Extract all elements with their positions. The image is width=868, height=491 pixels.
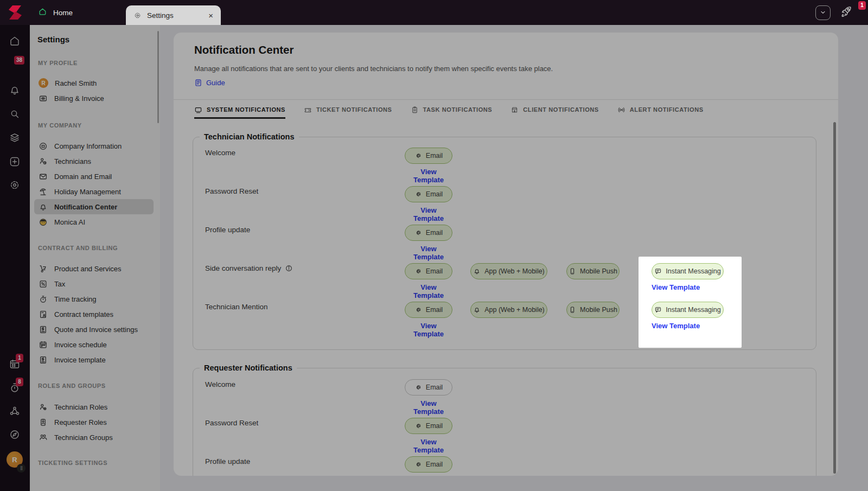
sidebar-item-invoice-template[interactable]: Invoice template	[34, 352, 154, 367]
collapse-button[interactable]	[815, 5, 831, 20]
view-template-link[interactable]: View Template	[405, 438, 452, 454]
sidebar-item-time-tracking[interactable]: Time tracking	[34, 291, 154, 307]
sidebar-item-rachel-smith[interactable]: R Rachel Smith	[34, 75, 154, 91]
rail-settings-icon[interactable]	[9, 179, 21, 191]
tabs-divider	[174, 99, 838, 100]
view-template-link[interactable]: View Template	[405, 399, 452, 416]
rail-explore-icon[interactable]	[9, 429, 21, 441]
sidebar-item-company-information[interactable]: Company Information	[34, 138, 154, 154]
section-roles-groups: ROLES AND GROUPS	[38, 382, 106, 389]
tab-ticket-notifications[interactable]: TICKET NOTIFICATIONS	[304, 103, 392, 119]
channel-email-pill[interactable]: Email	[405, 186, 452, 202]
channel-push-pill[interactable]: Mobile Push	[566, 263, 620, 279]
tab-alert-notifications[interactable]: ALERT NOTIFICATIONS	[617, 103, 704, 119]
at-icon	[414, 306, 422, 314]
channel-email-pill[interactable]: Email	[405, 302, 452, 318]
row-profile-update: Profile update Email View Template	[193, 222, 816, 261]
section-my-profile: MY PROFILE	[38, 60, 78, 66]
rail-modules-icon[interactable]	[9, 132, 21, 144]
monitor-icon	[194, 106, 202, 114]
superops-logo-icon[interactable]	[6, 4, 24, 21]
sidebar-item-technicians[interactable]: Technicians	[34, 154, 154, 169]
close-tab-icon[interactable]: ×	[208, 11, 213, 20]
id-badge-icon	[39, 418, 48, 427]
sidebar-scrollbar[interactable]	[157, 31, 159, 123]
sidebar-item-requester-roles[interactable]: Requester Roles	[34, 415, 154, 430]
home-tab[interactable]: Home	[31, 0, 79, 25]
info-icon[interactable]	[285, 264, 293, 272]
nav-rail: 38 1 8 R ⣿	[0, 25, 30, 491]
phone-icon	[569, 306, 576, 314]
section-title: Technician Notifications	[200, 132, 299, 141]
channel-push-pill[interactable]: Mobile Push	[566, 302, 620, 318]
settings-sidebar: Settings MY PROFILE R Rachel Smith Billi…	[30, 25, 160, 491]
sidebar-item-technician-roles[interactable]: Technician Roles	[34, 399, 154, 415]
tab-system-notifications[interactable]: SYSTEM NOTIFICATIONS	[194, 103, 285, 119]
page-title: Notification Center	[194, 43, 293, 56]
rail-integrations-icon[interactable]	[9, 405, 21, 417]
monica-avatar-icon	[39, 218, 48, 227]
rail-timer-badge: 8	[16, 378, 23, 386]
sidebar-item-quote-invoice-settings[interactable]: Quote and Invoice settings	[34, 322, 154, 337]
sidebar-item-technician-groups[interactable]: Technician Groups	[34, 430, 154, 445]
tab-task-notifications[interactable]: TASK NOTIFICATIONS	[411, 103, 493, 119]
whats-new-rocket[interactable]	[839, 5, 853, 21]
at-icon	[414, 461, 422, 468]
gear-icon	[133, 11, 142, 20]
tax-icon	[39, 279, 48, 289]
notification-center-panel: Notification Center Manage all notificat…	[174, 33, 838, 476]
view-template-link[interactable]: View Template	[405, 245, 452, 261]
sidebar-item-product-services[interactable]: Product and Services	[34, 261, 154, 276]
view-template-link[interactable]: View Template	[405, 168, 452, 184]
sidebar-item-contract-templates[interactable]: Contract templates	[34, 307, 154, 322]
guide-link[interactable]: Guide	[194, 79, 225, 87]
row-welcome: Welcome Email View Template	[193, 377, 816, 416]
content-scrollbar[interactable]	[833, 122, 836, 474]
invoice-doc-icon	[39, 325, 48, 334]
channel-email-pill[interactable]: Email	[405, 418, 452, 434]
row-label: Password Reset	[205, 187, 258, 195]
people-icon	[39, 433, 48, 442]
settings-tab[interactable]: Settings ×	[126, 5, 221, 25]
rail-home-icon[interactable]	[9, 35, 21, 47]
sidebar-item-billing-invoice[interactable]: Billing & Invoice	[34, 91, 154, 106]
sidebar-item-invoice-schedule[interactable]: Invoice schedule	[34, 337, 154, 352]
view-template-link[interactable]: View Template	[652, 322, 724, 330]
sidebar-item-domain-email[interactable]: Domain and Email	[34, 169, 154, 184]
channel-app-pill[interactable]: App (Web + Mobile)	[470, 302, 547, 318]
chat-icon	[654, 267, 662, 275]
row-welcome: Welcome Email View Template	[193, 145, 816, 184]
channel-app-pill[interactable]: App (Web + Mobile)	[470, 263, 547, 279]
chevron-down-icon	[819, 9, 827, 16]
view-template-link[interactable]: View Template	[652, 283, 724, 291]
tab-client-notifications[interactable]: CLIENT NOTIFICATIONS	[510, 103, 599, 119]
bell-icon	[473, 267, 481, 275]
channel-im-pill[interactable]: Instant Messaging	[652, 263, 724, 279]
at-icon	[414, 152, 422, 160]
view-template-link[interactable]: View Template	[405, 283, 452, 299]
schedule-calendar-icon	[39, 340, 48, 349]
sidebar-item-notification-center[interactable]: Notification Center	[34, 199, 154, 214]
chat-icon	[654, 306, 662, 314]
rail-create-icon[interactable]	[9, 156, 21, 168]
dolly-icon	[39, 264, 48, 273]
sidebar-item-monica-ai[interactable]: Monica AI	[34, 214, 154, 229]
rail-search-icon[interactable]	[9, 108, 21, 120]
view-template-link[interactable]: View Template	[405, 206, 452, 222]
channel-email-pill[interactable]: Email	[405, 263, 452, 279]
channel-email-pill[interactable]: Email	[405, 456, 452, 473]
technician-notifications-section: Technician Notifications Welcome Email V…	[193, 132, 816, 350]
umbrella-icon	[39, 187, 48, 196]
view-template-link[interactable]: View Template	[405, 322, 452, 338]
channel-email-pill[interactable]: Email	[405, 225, 452, 241]
sidebar-item-tax[interactable]: Tax	[34, 276, 154, 291]
channel-email-pill[interactable]: Email	[405, 379, 452, 396]
ticket-icon	[304, 106, 312, 114]
channel-im-pill[interactable]: Instant Messaging	[652, 302, 724, 318]
sidebar-item-holiday-management[interactable]: Holiday Management	[34, 184, 154, 199]
row-label: Side conversation reply	[205, 264, 293, 272]
channel-email-pill[interactable]: Email	[405, 148, 452, 164]
rail-notifications-icon[interactable]	[9, 85, 21, 97]
row-label: Password Reset	[205, 419, 258, 427]
sidebar-title: Settings	[37, 35, 69, 44]
